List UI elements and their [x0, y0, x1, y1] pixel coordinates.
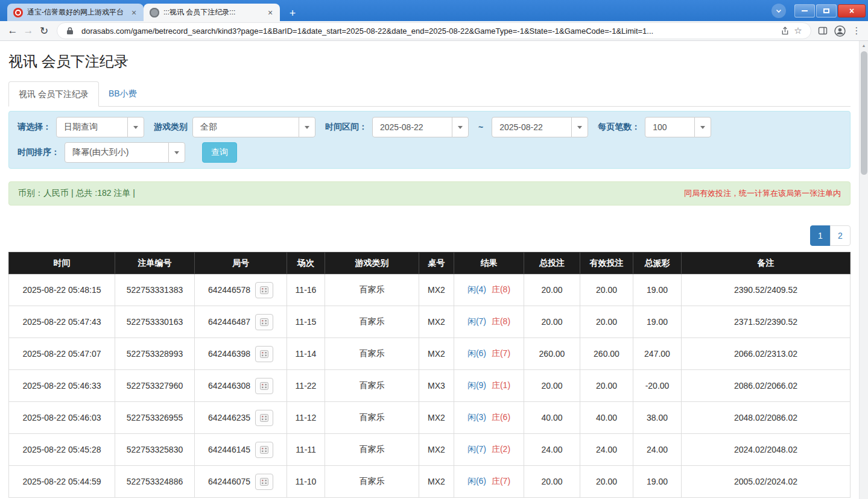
lock-icon: [63, 24, 77, 37]
round-result-image-icon[interactable]: [255, 314, 273, 330]
bet-records-table: 时间 注单编号 局号 场次 游戏类别 桌号 结果 总投注 有效投注 总派彩 备注…: [8, 252, 851, 498]
cell-total-bet-link[interactable]: 40.00: [524, 402, 580, 434]
pagination-page-1[interactable]: 1: [810, 225, 831, 246]
tab-close-icon[interactable]: ×: [265, 8, 275, 17]
cell-game-type: 百家乐: [325, 306, 419, 338]
cell-time: 2025-08-22 05:44:59: [9, 466, 115, 498]
round-result-image-icon[interactable]: [255, 346, 273, 362]
round-result-image-icon[interactable]: [255, 474, 273, 490]
url-bar[interactable]: dorasabs.com/game/betrecord_search/kind3…: [57, 22, 811, 39]
window-close-button[interactable]: ×: [838, 4, 866, 17]
result-player: 闲(7): [467, 316, 486, 326]
cell-game-type: 百家乐: [325, 466, 419, 498]
browser-tab-current[interactable]: :::视讯 会员下注纪录::: ×: [144, 4, 280, 21]
reload-button[interactable]: ↻: [36, 23, 52, 39]
valid-bet-notice-text: 同局有效投注，统一计算在该局第一张注单内: [684, 188, 841, 199]
col-header-game-type: 游戏类别: [325, 253, 419, 274]
cell-valid-bet: 20.00: [580, 466, 633, 498]
cell-table: MX3: [419, 370, 454, 402]
cell-bet-id: 522753328993: [115, 338, 195, 370]
cell-total-bet-link[interactable]: 20.00: [524, 370, 580, 402]
cell-payout: 247.00: [633, 338, 682, 370]
bookmark-star-icon[interactable]: ☆: [791, 24, 805, 37]
pagination-page-2[interactable]: 2: [830, 225, 851, 246]
back-button[interactable]: ←: [5, 23, 21, 39]
chevron-down-icon[interactable]: [127, 117, 144, 137]
cell-table: MX2: [419, 402, 454, 434]
cell-time: 2025-08-22 05:47:43: [9, 306, 115, 338]
cell-round: 642446075: [195, 466, 287, 498]
scroll-up-icon[interactable]: ▲: [860, 41, 868, 50]
round-result-image-icon[interactable]: [255, 442, 273, 458]
game-type-label: 游戏类别: [154, 122, 188, 133]
cell-round: 642446578: [195, 274, 287, 306]
tab-bb-tips[interactable]: BB小费: [99, 81, 147, 106]
game-type-select[interactable]: 全部: [192, 117, 315, 137]
round-result-image-icon[interactable]: [255, 282, 273, 298]
cell-round: 642446235: [195, 402, 287, 434]
cell-payout: 24.00: [633, 434, 682, 466]
tab-search-chevron-icon[interactable]: [771, 4, 786, 18]
cell-bet-id: 522753326955: [115, 402, 195, 434]
date-start-select[interactable]: 2025-08-22: [372, 117, 469, 137]
cell-round: 642446308: [195, 370, 287, 402]
cell-payout: 38.00: [633, 402, 682, 434]
cell-total-bet-link[interactable]: 260.00: [524, 338, 580, 370]
round-result-image-icon[interactable]: [255, 378, 273, 394]
range-separator: ~: [478, 122, 483, 132]
cell-bet-id: 522753327960: [115, 370, 195, 402]
page-content: ▲ 视讯 会员下注纪录 视讯 会员下注纪录 BB小费 请选择： 日期查询 游戏类…: [0, 41, 868, 499]
page-tab-bar: 视讯 会员下注纪录 BB小费: [8, 81, 851, 107]
cell-session: 11-11: [287, 434, 325, 466]
round-number: 642446235: [208, 413, 250, 422]
cell-table: MX2: [419, 338, 454, 370]
forward-button[interactable]: →: [21, 23, 36, 39]
cell-result: 闲(4) 庄(8): [454, 274, 524, 306]
date-start-value: 2025-08-22: [372, 117, 452, 137]
window-minimize-button[interactable]: [794, 4, 815, 17]
tab-close-icon[interactable]: ×: [129, 8, 139, 17]
cell-note: 2066.02/2313.02: [682, 338, 851, 370]
round-result-image-icon[interactable]: [255, 410, 273, 426]
browser-tab-home[interactable]: 通宝-信誉最好的网上游戏平台 ×: [7, 4, 144, 21]
date-end-select[interactable]: 2025-08-22: [492, 117, 588, 137]
chevron-down-icon[interactable]: [452, 117, 469, 137]
table-row: 2025-08-22 05:44:59 522753324886 6424460…: [9, 466, 851, 498]
tab-bet-records[interactable]: 视讯 会员下注纪录: [8, 81, 99, 107]
query-mode-select[interactable]: 日期查询: [56, 117, 144, 137]
cell-total-bet-link[interactable]: 20.00: [524, 274, 580, 306]
cell-result: 闲(7) 庄(8): [454, 306, 524, 338]
vertical-scrollbar[interactable]: ▲: [859, 41, 868, 499]
cell-bet-id: 522753331383: [115, 274, 195, 306]
filter-panel: 请选择： 日期查询 游戏类别 全部 时间区间： 2025-08-22 ~ 202: [8, 111, 851, 169]
cell-total-bet-link[interactable]: 20.00: [524, 466, 580, 498]
chevron-down-icon[interactable]: [694, 117, 711, 137]
col-header-note: 备注: [682, 253, 851, 274]
page-favicon-icon: [150, 8, 159, 17]
cell-total-bet-link[interactable]: 20.00: [524, 306, 580, 338]
cell-table: MX2: [419, 274, 454, 306]
cell-total-bet-link[interactable]: 24.00: [524, 434, 580, 466]
cell-session: 11-22: [287, 370, 325, 402]
scrollbar-thumb[interactable]: [861, 51, 867, 175]
sort-order-select[interactable]: 降幂(由大到小): [65, 142, 185, 163]
table-header-row: 时间 注单编号 局号 场次 游戏类别 桌号 结果 总投注 有效投注 总派彩 备注: [9, 253, 851, 274]
chevron-down-icon[interactable]: [168, 142, 185, 163]
query-button[interactable]: 查询: [202, 142, 237, 163]
result-banker: 庄(6): [492, 412, 510, 422]
new-tab-button[interactable]: +: [285, 5, 300, 21]
cell-note: 2005.02/2024.02: [682, 466, 851, 498]
table-row: 2025-08-22 05:47:07 522753328993 6424463…: [9, 338, 851, 370]
col-header-payout: 总派彩: [633, 253, 682, 274]
cell-game-type: 百家乐: [325, 274, 419, 306]
browser-titlebar: 通宝-信誉最好的网上游戏平台 × :::视讯 会员下注纪录::: × + ×: [0, 0, 868, 21]
menu-dots-icon[interactable]: ⋮: [850, 25, 863, 36]
profile-avatar-icon[interactable]: [833, 24, 846, 37]
col-header-bet-id: 注单编号: [115, 253, 195, 274]
chevron-down-icon[interactable]: [299, 117, 315, 137]
side-panel-icon[interactable]: [816, 24, 829, 37]
per-page-select[interactable]: 100: [645, 117, 711, 137]
share-icon[interactable]: [778, 24, 791, 37]
window-maximize-button[interactable]: [816, 4, 837, 17]
chevron-down-icon[interactable]: [571, 117, 588, 137]
